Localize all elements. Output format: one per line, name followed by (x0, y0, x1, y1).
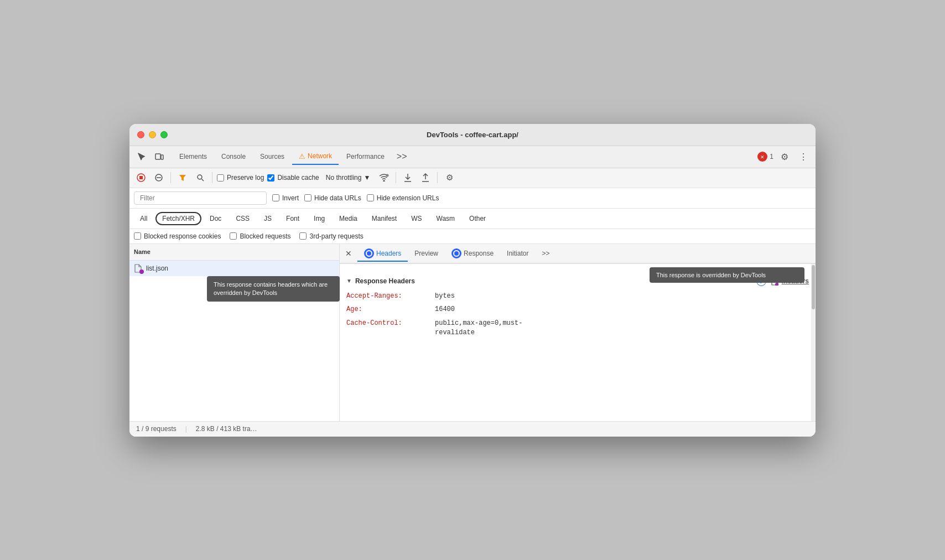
throttle-dropdown-icon: ▼ (364, 174, 370, 182)
blocked-cookies-checkbox[interactable]: Blocked response cookies (134, 232, 221, 240)
svg-rect-1 (161, 155, 163, 159)
response-tooltip: This response is overridden by DevTools (650, 267, 804, 283)
collapse-triangle[interactable]: ▼ (346, 278, 352, 284)
tab-bar-right: ✕ 1 ⚙ ⋮ (757, 149, 811, 164)
devtools-settings-icon[interactable]: ⚙ (777, 149, 792, 164)
tab-initiator[interactable]: Initiator (500, 247, 535, 261)
header-val-age: 16400 (435, 305, 455, 314)
toolbar-divider-3 (396, 172, 396, 183)
wifi-settings-icon[interactable] (377, 170, 391, 185)
preserve-log-checkbox[interactable]: Preserve log (217, 174, 264, 182)
filter-fetch-xhr[interactable]: Fetch/XHR (155, 212, 201, 225)
third-party-input[interactable] (299, 232, 307, 240)
tab-preview[interactable]: Preview (408, 247, 445, 261)
filter-all[interactable]: All (134, 212, 153, 225)
filter-media[interactable]: Media (333, 212, 364, 225)
header-row-age: Age: 16400 (346, 305, 809, 314)
filter-js[interactable]: JS (258, 212, 278, 225)
requests-count: 1 / 9 requests (136, 425, 176, 433)
filter-other[interactable]: Other (463, 212, 492, 225)
type-filter-bar: All Fetch/XHR Doc CSS JS Font Img Media … (129, 209, 816, 229)
tab-performance[interactable]: Performance (340, 149, 391, 164)
header-key-age: Age: (346, 305, 435, 314)
error-count-number: 1 (770, 153, 773, 160)
request-row-list-json[interactable]: list.json (129, 261, 339, 276)
search-button[interactable] (193, 170, 207, 185)
transfer-size: 2.8 kB / 413 kB tra… (196, 425, 257, 433)
headers-radio-inner (367, 251, 371, 256)
toolbar-divider-2 (212, 172, 212, 183)
blocked-requests-input[interactable] (230, 232, 237, 240)
blocked-requests-checkbox[interactable]: Blocked requests (230, 232, 290, 240)
filter-ws[interactable]: WS (405, 212, 428, 225)
disable-cache-checkbox[interactable]: Disable cache (267, 174, 319, 182)
disable-cache-input[interactable] (267, 174, 274, 182)
invert-checkbox[interactable]: Invert (272, 194, 299, 202)
header-val-cache-control: public,max-age=0,must-revalidate (435, 319, 522, 338)
svg-text:✕: ✕ (760, 154, 765, 160)
svg-line-10 (202, 179, 204, 182)
error-badge-icon: ✕ (757, 152, 767, 162)
maximize-button[interactable] (160, 131, 168, 138)
filter-toggle-button[interactable] (175, 170, 190, 185)
request-list: Name li (129, 244, 340, 421)
header-val-accept-ranges: bytes (435, 292, 455, 301)
svg-point-9 (198, 175, 202, 179)
left-tooltip: This response contains headers which are… (207, 276, 340, 302)
device-toggle-icon[interactable] (152, 149, 167, 164)
tab-network[interactable]: ⚠ Network (292, 149, 339, 165)
request-name: list.json (146, 265, 168, 272)
hide-extension-urls-checkbox[interactable]: Hide extension URLs (367, 194, 439, 202)
headers-radio-icon (364, 248, 374, 258)
error-count-badge[interactable]: ✕ 1 (757, 152, 773, 162)
third-party-checkbox[interactable]: 3rd-party requests (299, 232, 363, 240)
tab-console[interactable]: Console (215, 149, 252, 164)
filter-input[interactable] (134, 191, 267, 205)
filter-doc[interactable]: Doc (204, 212, 227, 225)
tab-more-button[interactable]: >> (392, 149, 412, 164)
stop-recording-button[interactable] (134, 170, 148, 185)
clear-button[interactable] (152, 170, 166, 185)
blocked-bar: Blocked response cookies Blocked request… (129, 229, 816, 244)
scroll-thumb[interactable] (812, 265, 815, 309)
close-button[interactable] (137, 131, 144, 138)
hide-data-urls-checkbox[interactable]: Hide data URLs (304, 194, 361, 202)
tab-elements[interactable]: Elements (173, 149, 214, 164)
preserve-log-input[interactable] (217, 174, 224, 182)
hide-data-urls-input[interactable] (304, 194, 311, 201)
cursor-icon[interactable] (134, 149, 149, 164)
invert-input[interactable] (272, 194, 279, 201)
hide-extension-urls-input[interactable] (367, 194, 374, 201)
window-title: DevTools - coffee-cart.app/ (427, 131, 518, 139)
filter-img[interactable]: Img (308, 212, 331, 225)
devtools-more-icon[interactable]: ⋮ (796, 149, 811, 164)
export-har-button[interactable] (418, 170, 433, 185)
title-bar: DevTools - coffee-cart.app/ (129, 124, 816, 146)
minimize-button[interactable] (149, 131, 156, 138)
status-bar: 1 / 9 requests | 2.8 kB / 413 kB tra… (129, 421, 816, 437)
headers-panel: ✕ Headers Preview Response (340, 244, 816, 421)
tab-sources[interactable]: Sources (253, 149, 291, 164)
header-key-cache-control: Cache-Control: (346, 319, 435, 338)
throttle-select[interactable]: No throttling ▼ (323, 173, 374, 183)
override-dot (139, 269, 144, 274)
main-content: Name li (129, 244, 816, 421)
tab-bar-left-icons (134, 149, 167, 164)
filter-bar: Invert Hide data URLs Hide extension URL… (129, 188, 816, 209)
import-har-button[interactable] (401, 170, 415, 185)
devtools-window: DevTools - coffee-cart.app/ El (129, 124, 816, 437)
filter-manifest[interactable]: Manifest (366, 212, 403, 225)
response-radio-inner (454, 251, 459, 256)
panel-close-button[interactable]: ✕ (342, 247, 355, 260)
tab-headers[interactable]: Headers (357, 246, 408, 262)
filter-font[interactable]: Font (280, 212, 305, 225)
filter-options: Invert Hide data URLs Hide extension URL… (272, 194, 439, 202)
tab-response[interactable]: Response (445, 246, 500, 262)
filter-css[interactable]: CSS (230, 212, 256, 225)
network-settings-icon[interactable]: ⚙ (442, 170, 456, 185)
tab-more[interactable]: >> (535, 247, 556, 261)
scroll-track (811, 264, 816, 421)
filter-wasm[interactable]: Wasm (430, 212, 461, 225)
header-row-cache-control: Cache-Control: public,max-age=0,must-rev… (346, 319, 809, 338)
blocked-cookies-input[interactable] (134, 232, 141, 240)
